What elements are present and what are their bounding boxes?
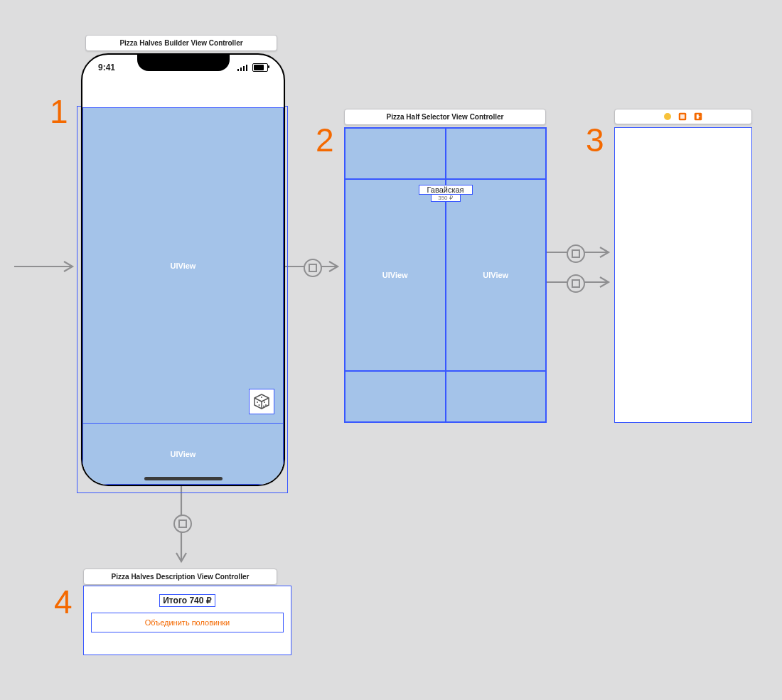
scene3-container[interactable] <box>614 127 752 423</box>
scene2-left-uiview[interactable]: UIView <box>345 179 446 371</box>
battery-icon <box>252 63 268 72</box>
scene1-title-bar[interactable]: Pizza Halves Builder View Controller <box>85 35 277 51</box>
svg-point-7 <box>261 397 262 398</box>
signal-icon <box>237 64 249 71</box>
annotation-1: 1 <box>50 92 68 131</box>
storyboard-canvas[interactable]: 1 2 3 4 Pizza Halves Builder View Contro… <box>0 0 782 700</box>
scene2-top-left-uiview[interactable] <box>345 128 446 179</box>
scene2-item-label-group: Гавайская 350 ₽ <box>419 185 473 202</box>
scene2-item-name-label[interactable]: Гавайская <box>419 185 473 195</box>
scene3-title-bar[interactable] <box>614 109 752 124</box>
dice-icon <box>253 393 270 410</box>
annotation-4: 4 <box>54 583 73 621</box>
svg-point-11 <box>265 404 267 406</box>
dice-button[interactable] <box>249 389 274 414</box>
scene2-bottom-right-uiview[interactable] <box>446 371 547 422</box>
segue-embed-2a[interactable] <box>567 244 585 263</box>
merge-halves-button[interactable]: Объединить половинки <box>91 613 284 632</box>
scene2-container[interactable]: UIView UIView Гавайская 350 ₽ <box>344 127 547 423</box>
annotation-2: 2 <box>316 121 334 159</box>
uiview-label: UIView <box>382 271 408 279</box>
scene1-phone[interactable]: 9:41 UIView <box>81 53 285 486</box>
scene1-bottom-uiview[interactable]: UIView <box>82 423 284 485</box>
uiview-label: UIView <box>171 262 196 270</box>
scene2-bottom-left-uiview[interactable] <box>345 371 446 422</box>
svg-point-12 <box>263 406 264 407</box>
status-clock: 9:41 <box>98 63 115 72</box>
scene2-title-bar[interactable]: Pizza Half Selector View Controller <box>344 109 546 125</box>
segue-embed-2b[interactable] <box>567 274 585 293</box>
status-bar: 9:41 <box>82 55 284 80</box>
exit-icon <box>694 112 702 121</box>
initial-vc-arrow-icon <box>14 259 81 274</box>
scene4-title-bar[interactable]: Pizza Halves Description View Controller <box>83 569 277 585</box>
svg-point-9 <box>259 404 260 406</box>
scene4-container[interactable]: Итого 740 ₽ Объединить половинки <box>83 586 291 655</box>
annotation-3: 3 <box>586 121 604 159</box>
svg-point-10 <box>264 402 265 403</box>
uiview-label: UIView <box>483 271 508 279</box>
svg-point-8 <box>257 402 258 403</box>
segue-embed-1[interactable] <box>304 259 322 277</box>
total-label[interactable]: Итого 740 ₽ <box>159 594 215 607</box>
svg-rect-14 <box>680 114 685 119</box>
uiview-label: UIView <box>171 450 196 458</box>
scene2-right-uiview[interactable]: UIView <box>446 179 547 371</box>
segue-embed-3[interactable] <box>173 515 192 533</box>
scene2-item-price-label[interactable]: 350 ₽ <box>431 195 461 202</box>
first-responder-icon <box>678 112 687 121</box>
scene2-top-right-uiview[interactable] <box>446 128 547 179</box>
scene1-main-uiview[interactable]: UIView <box>82 107 284 424</box>
home-indicator-icon <box>144 477 223 480</box>
vc-placeholder-icon <box>664 113 671 120</box>
